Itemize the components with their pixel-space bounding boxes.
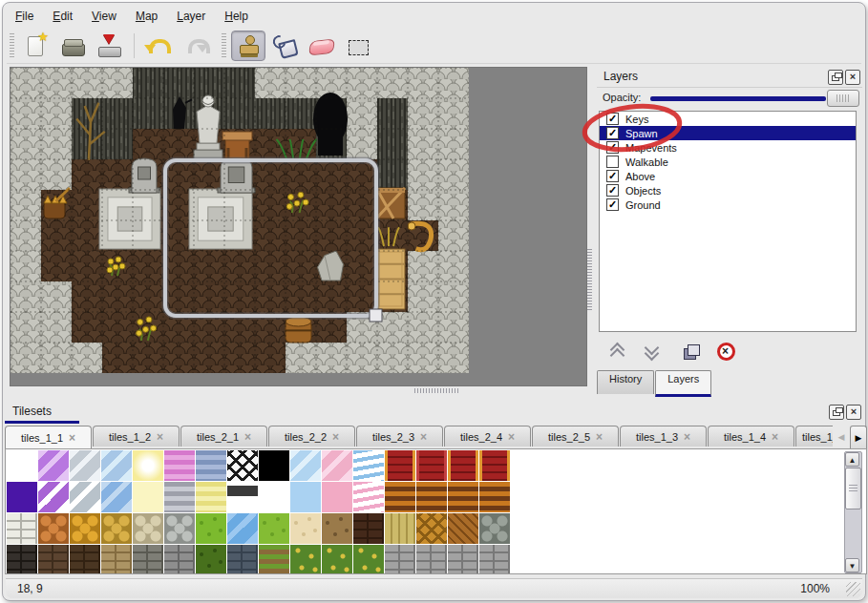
tileset-tab-tiles_2_1[interactable]: tiles_2_1× — [180, 426, 267, 447]
tileset-tile[interactable] — [164, 545, 195, 574]
save-button[interactable] — [92, 31, 126, 61]
tab-close-icon[interactable]: × — [157, 432, 163, 442]
tileset-tile[interactable] — [479, 482, 510, 512]
tab-layers[interactable]: Layers — [655, 370, 711, 397]
tileset-tile[interactable] — [322, 450, 352, 481]
layer-row-ground[interactable]: ✓Ground — [600, 198, 856, 212]
tileset-tile[interactable] — [385, 545, 415, 574]
layer-row-walkable[interactable]: Walkable — [600, 155, 856, 169]
tileset-tile[interactable] — [322, 545, 352, 574]
tileset-tile[interactable] — [38, 482, 69, 512]
tileset-tile[interactable] — [101, 545, 132, 574]
toolbar-drag-handle[interactable] — [222, 33, 226, 58]
tileset-tile[interactable] — [385, 450, 415, 481]
tileset-tile[interactable] — [101, 482, 132, 512]
tileset-tile[interactable] — [7, 513, 37, 544]
tileset-tab-tiles_2_3[interactable]: tiles_2_3× — [356, 426, 443, 447]
tileset-tile[interactable] — [133, 545, 163, 574]
tileset-tile[interactable] — [38, 545, 69, 574]
tab-scroll-right-button[interactable]: ▶ — [850, 426, 867, 448]
tileset-tile[interactable] — [164, 513, 195, 544]
menu-item-help[interactable]: Help — [216, 7, 257, 26]
tileset-tile[interactable] — [259, 513, 289, 544]
layer-row-keys[interactable]: ✓Keys — [600, 112, 856, 126]
tileset-tile[interactable] — [416, 450, 447, 481]
stamp-tool-button[interactable] — [231, 31, 265, 61]
layer-visibility-checkbox[interactable]: ✓ — [606, 198, 619, 211]
select-tool-button[interactable] — [340, 31, 374, 61]
tileset-tile[interactable] — [70, 513, 100, 544]
scrollbar-thumb[interactable] — [845, 468, 861, 509]
tileset-tile[interactable] — [133, 513, 163, 544]
tileset-tile[interactable] — [196, 482, 226, 512]
tileset-tile[interactable] — [322, 513, 352, 544]
tab-close-icon[interactable]: × — [420, 432, 427, 442]
eraser-tool-button[interactable] — [304, 31, 338, 61]
layer-visibility-checkbox[interactable]: ✓ — [606, 113, 619, 125]
tileset-tab-tiles_2_5[interactable]: tiles_2_5× — [532, 426, 619, 447]
tileset-tile[interactable] — [353, 450, 384, 481]
tileset-tile[interactable] — [353, 545, 384, 574]
layer-row-objects[interactable]: ✓Objects — [600, 183, 856, 198]
open-file-button[interactable] — [55, 31, 90, 61]
new-file-button[interactable] — [19, 31, 53, 61]
tileset-tile[interactable] — [133, 450, 163, 481]
tileset-tile[interactable] — [164, 482, 195, 512]
tileset-tile[interactable] — [259, 450, 289, 481]
tileset-tile[interactable] — [38, 513, 69, 544]
tileset-tab-tiles_1_2[interactable]: tiles_1_2× — [93, 426, 180, 447]
undo-button[interactable] — [140, 31, 175, 61]
layer-row-spawn[interactable]: ✓Spawn — [600, 126, 856, 140]
tileset-tile[interactable] — [385, 482, 415, 512]
tileset-tile[interactable] — [196, 513, 226, 544]
tileset-tile[interactable] — [353, 482, 384, 512]
layer-visibility-checkbox[interactable]: ✓ — [606, 141, 619, 154]
tab-close-icon[interactable]: × — [684, 432, 690, 442]
tileset-tile[interactable] — [479, 545, 510, 574]
tileset-tile[interactable] — [227, 545, 258, 574]
tileset-tile[interactable] — [353, 513, 384, 544]
menu-item-file[interactable]: File — [7, 7, 42, 26]
tileset-tile[interactable] — [479, 513, 510, 544]
menu-item-layer[interactable]: Layer — [168, 7, 214, 26]
tileset-tile[interactable] — [7, 482, 37, 512]
move-layer-down-button[interactable] — [639, 341, 665, 363]
tileset-tile[interactable] — [322, 482, 352, 512]
layer-row-above[interactable]: ✓Above — [600, 169, 856, 183]
tileset-tile[interactable] — [196, 450, 226, 481]
tileset-tile[interactable] — [70, 482, 100, 512]
panel-close-button[interactable]: × — [845, 70, 860, 85]
toolbar-drag-handle[interactable] — [10, 33, 14, 58]
tab-history[interactable]: History — [597, 370, 654, 394]
layer-visibility-checkbox[interactable]: ✓ — [606, 184, 619, 197]
duplicate-layer-button[interactable] — [679, 341, 705, 363]
opacity-slider-handle[interactable] — [827, 90, 859, 107]
tileset-tile[interactable] — [101, 513, 132, 544]
tileset-tile[interactable] — [290, 545, 321, 574]
tileset-tile[interactable] — [70, 450, 100, 481]
layer-visibility-checkbox[interactable]: ✓ — [606, 170, 619, 182]
tileset-tile[interactable] — [448, 450, 478, 481]
tab-close-icon[interactable]: × — [69, 433, 75, 443]
tileset-tile[interactable] — [70, 545, 100, 574]
layer-row-mapevents[interactable]: ✓Mapevents — [600, 140, 856, 155]
horizontal-splitter-handle[interactable] — [414, 388, 458, 393]
layer-visibility-checkbox[interactable]: ✓ — [606, 127, 619, 139]
tileset-tile[interactable] — [448, 482, 478, 512]
tileset-tile[interactable] — [101, 450, 132, 481]
tileset-tile[interactable] — [448, 513, 478, 544]
move-layer-up-button[interactable] — [604, 341, 630, 363]
tileset-tile[interactable] — [227, 513, 258, 544]
tileset-tile[interactable] — [290, 450, 321, 481]
tileset-tab-tiles_1[interactable]: tiles_1_ — [795, 426, 833, 447]
tileset-tile[interactable] — [164, 450, 195, 481]
scroll-down-button[interactable]: ▼ — [845, 558, 859, 572]
window-resize-grip[interactable] — [846, 582, 860, 596]
tileset-tile[interactable] — [38, 450, 69, 481]
tileset-tab-tiles_2_4[interactable]: tiles_2_4× — [444, 426, 531, 447]
tab-close-icon[interactable]: × — [596, 432, 603, 442]
selection-resize-handle[interactable] — [370, 309, 382, 322]
delete-layer-button[interactable] — [713, 341, 739, 363]
tileset-tile[interactable] — [416, 482, 447, 512]
tileset-tab-tiles_2_2[interactable]: tiles_2_2× — [268, 426, 355, 447]
